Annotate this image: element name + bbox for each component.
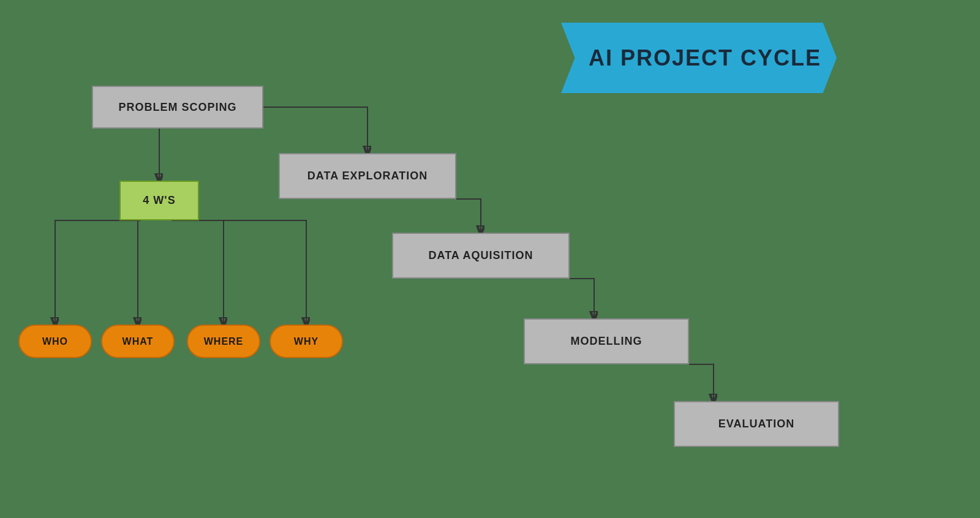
modelling-box: MODELLING: [524, 318, 689, 364]
who-pill: WHO: [18, 325, 92, 358]
where-pill: WHERE: [187, 325, 260, 358]
problem-scoping-box: PROBLEM SCOPING: [92, 86, 263, 129]
diagram-container: AI PROJECT CYCLE PROBLEM SCOPING 4 W's D…: [0, 0, 980, 518]
what-pill: WHAT: [101, 325, 175, 358]
title-badge: AI PROJECT CYCLE: [561, 23, 837, 93]
data-acquisition-box: DATA AQUISITION: [392, 233, 570, 279]
four-ws-box: 4 W's: [119, 181, 199, 220]
data-exploration-box: DATA EXPLORATION: [279, 153, 456, 199]
title-text: AI PROJECT CYCLE: [576, 45, 821, 71]
why-pill: WHY: [270, 325, 343, 358]
evaluation-box: EVALUATION: [674, 401, 839, 447]
